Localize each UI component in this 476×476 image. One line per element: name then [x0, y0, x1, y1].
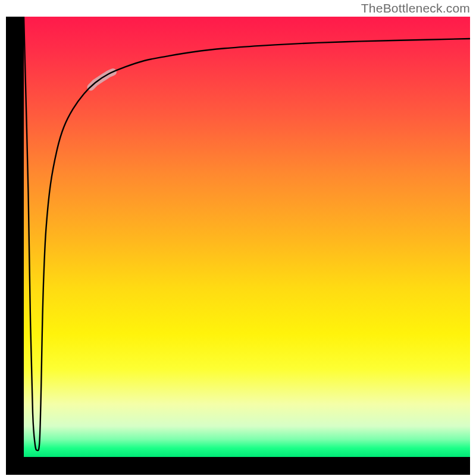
curve-svg: [24, 17, 470, 457]
attribution-label: TheBottleneck.com: [361, 1, 470, 15]
plot-frame: [6, 17, 470, 475]
page-root: TheBottleneck.com: [0, 0, 476, 476]
plot-area: [24, 17, 470, 457]
bottleneck-curve: [24, 17, 470, 450]
curve-highlight-segment: [91, 72, 114, 87]
